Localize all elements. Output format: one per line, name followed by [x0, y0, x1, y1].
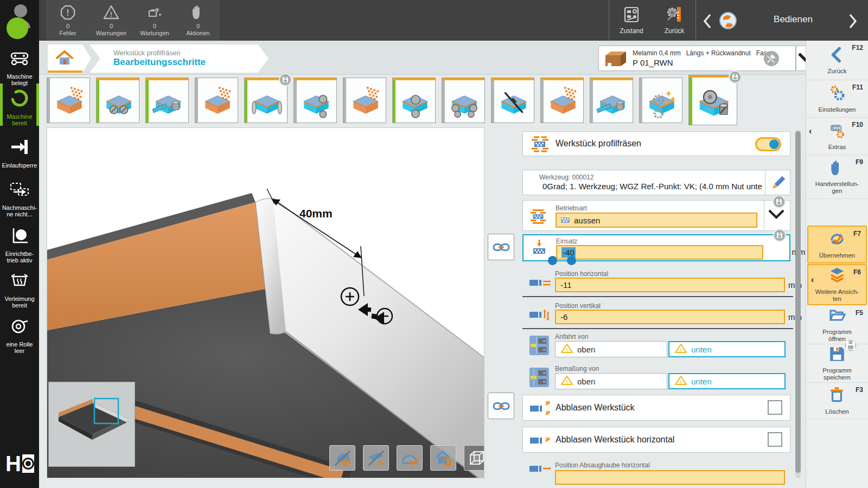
- text-selection-handle[interactable]: [567, 256, 576, 265]
- status-item-warnungen[interactable]: ! 0 Warnungen: [90, 0, 133, 41]
- bemassung-row: Bemaßung von ! oben ! unten: [522, 364, 790, 392]
- operation-thumbnail-sideRollers[interactable]: [244, 78, 288, 123]
- machine-control-screen: ! 0 Fehler ! 0 Warnungen 0 Wartungen 0 A…: [0, 0, 868, 488]
- fkey-programm-oeffnen[interactable]: F5 Programm öffnen: [806, 306, 868, 344]
- operation-thumbnail-strip: [47, 75, 737, 127]
- hide-workpiece-button[interactable]: [363, 445, 389, 471]
- unpin-icon[interactable]: [764, 51, 779, 66]
- anfahrt-row: Anfahrt von ! oben ! unten: [522, 332, 790, 360]
- saw-ruler-icon: [666, 6, 683, 25]
- warning-icon: !: [561, 375, 573, 387]
- anfahrt-option-unten[interactable]: ! unten: [668, 341, 786, 357]
- fkey-label: Extras: [828, 144, 846, 151]
- operation-thumbnail-gears[interactable]: [639, 78, 682, 123]
- scrollbar-thumb[interactable]: [795, 131, 801, 473]
- save-badge-icon: [279, 73, 292, 86]
- fkey-handverstellungen[interactable]: F9 Handverstellun- gen: [806, 155, 868, 199]
- status-item-wartungen[interactable]: 0 Wartungen: [133, 0, 176, 41]
- fkey-extras[interactable]: ‹ F10 Extras: [806, 118, 868, 155]
- active-bar: [0, 84, 3, 126]
- fkey-programm-speichern[interactable]: Programm speichern: [806, 344, 868, 383]
- einsatz-icon: [531, 239, 547, 257]
- edit-tool-button[interactable]: [769, 175, 787, 191]
- rail-label: Einrichtbe- trieb aktiv: [5, 251, 34, 264]
- globe-icon[interactable]: [718, 11, 738, 30]
- position-horizontal-input[interactable]: -11: [555, 278, 785, 292]
- view-prev-chevron[interactable]: [702, 13, 713, 29]
- text-selection-handle[interactable]: [548, 256, 557, 265]
- svg-text:!: !: [680, 347, 682, 352]
- betriebsart-input[interactable]: aussen: [556, 213, 757, 228]
- operation-thumbnail-spray[interactable]: [540, 78, 584, 123]
- dimension-label: 40mm: [299, 207, 333, 220]
- homag-logo: H: [5, 451, 34, 476]
- glue-pot-icon: [9, 270, 30, 293]
- viewport-toolbar: [329, 445, 484, 471]
- bemassung-option-oben[interactable]: ! oben: [555, 373, 667, 389]
- operation-thumbnail-rollersV[interactable]: [392, 78, 436, 123]
- werkzeug-label: Werkzeug: 000012: [539, 174, 594, 181]
- fkey-einstellungen[interactable]: F11 Einstellungen: [806, 80, 868, 118]
- home-button[interactable]: [48, 44, 91, 73]
- fkey-label: Programm speichern: [822, 367, 852, 381]
- anfahrt-option-oben[interactable]: ! oben: [555, 341, 667, 357]
- position-horizontal-label: Position horizontal: [555, 270, 608, 278]
- betriebsart-dropdown-button[interactable]: [767, 208, 786, 222]
- show-machine-button[interactable]: [397, 445, 423, 471]
- save-badge-icon: [773, 195, 786, 208]
- program-info-card[interactable]: Melamin 0,4 mm Längs + Rückwandnut Fase.…: [598, 46, 796, 71]
- workpiece-3d-view[interactable]: 40mm: [47, 127, 484, 478]
- zustand-label: Zustand: [620, 27, 643, 35]
- user-avatar[interactable]: [4, 3, 35, 39]
- operation-thumbnail-spray[interactable]: [47, 78, 90, 123]
- bemassung-option-unten[interactable]: ! unten: [668, 373, 786, 389]
- home-icon: [55, 50, 74, 67]
- einsatz-input[interactable]: -40: [556, 245, 763, 260]
- operation-thumbnail-rollerTB[interactable]: [293, 78, 337, 123]
- link-abblasen-button[interactable]: [488, 393, 514, 419]
- operation-thumbnail-spray[interactable]: [195, 78, 238, 123]
- abblasen-checkbox-unchecked[interactable]: [768, 400, 782, 415]
- fkey-uebernehmen[interactable]: F7 Übernehmen: [807, 226, 867, 264]
- absaughaube-row: Position Absaughaube horizontal: [522, 457, 790, 488]
- fkey-zurueck[interactable]: F12 Zurück: [806, 41, 868, 80]
- layers-icon: [828, 267, 846, 286]
- save-badge-icon: [729, 70, 742, 84]
- function-toggle-on[interactable]: [755, 137, 781, 151]
- hide-aggregates-button[interactable]: [329, 445, 355, 471]
- operation-thumbnail-rollers2[interactable]: [96, 78, 139, 123]
- fkey-weitere-ansichten[interactable]: ‹ F6 Weitere Ansich- ten: [807, 264, 867, 305]
- werkzeug-card[interactable]: Werkzeug: 000012 0Grad; 1. Werkzeug; WGZ…: [522, 170, 790, 195]
- fkey-label: Handverstellun- gen: [815, 181, 859, 195]
- position-vertikal-input[interactable]: -6: [555, 310, 785, 324]
- link-einsatz-button[interactable]: [488, 234, 514, 260]
- abblasen-horizontal-checkbox-unchecked[interactable]: [768, 432, 782, 447]
- view-next-chevron[interactable]: [847, 13, 858, 29]
- zurueck-tool-button[interactable]: Zurück: [653, 0, 695, 41]
- abblasen-card: Abblasen Werkstück: [522, 395, 790, 421]
- operation-thumbnail-knife[interactable]: [590, 78, 633, 123]
- fkey-key: F6: [853, 268, 861, 276]
- breadcrumb-row: Werkstück profilfräsen Bearbeitungsschri…: [39, 41, 806, 75]
- hand-icon: [828, 159, 846, 178]
- top-bar: ! 0 Fehler ! 0 Warnungen 0 Wartungen 0 A…: [39, 0, 868, 41]
- rail-label: eine Rolle leer: [7, 341, 33, 354]
- view-cube-button[interactable]: [464, 445, 484, 471]
- fkey-loeschen[interactable]: F3 Löschen: [806, 383, 868, 419]
- operation-thumbnail-discRoller-selected[interactable]: [688, 75, 737, 125]
- status-item-aktionen[interactable]: 0 Aktionen: [176, 0, 220, 41]
- operation-thumbnail-knife[interactable]: [145, 78, 189, 123]
- operation-thumbnail-rollers4[interactable]: [442, 78, 485, 123]
- werkzeug-value: 0Grad; 1. Werkzeug; WGZ Ref.-Punkt: VK; …: [542, 182, 762, 191]
- operation-thumbnail-blade[interactable]: [491, 78, 534, 123]
- operation-thumbnail-spray[interactable]: [343, 78, 386, 123]
- zustand-button[interactable]: Zustand: [610, 0, 653, 41]
- breadcrumb[interactable]: Werkstück profilfräsen Bearbeitungsschri…: [90, 44, 269, 73]
- absaughaube-input[interactable]: [555, 470, 785, 485]
- zoom-home-button[interactable]: [430, 445, 456, 471]
- position-vertikal-value: -6: [560, 312, 567, 322]
- trash-icon: [828, 387, 846, 406]
- viewport-minimap[interactable]: [48, 382, 135, 467]
- hand-icon: [190, 4, 206, 23]
- status-item-fehler[interactable]: ! 0 Fehler: [46, 0, 90, 41]
